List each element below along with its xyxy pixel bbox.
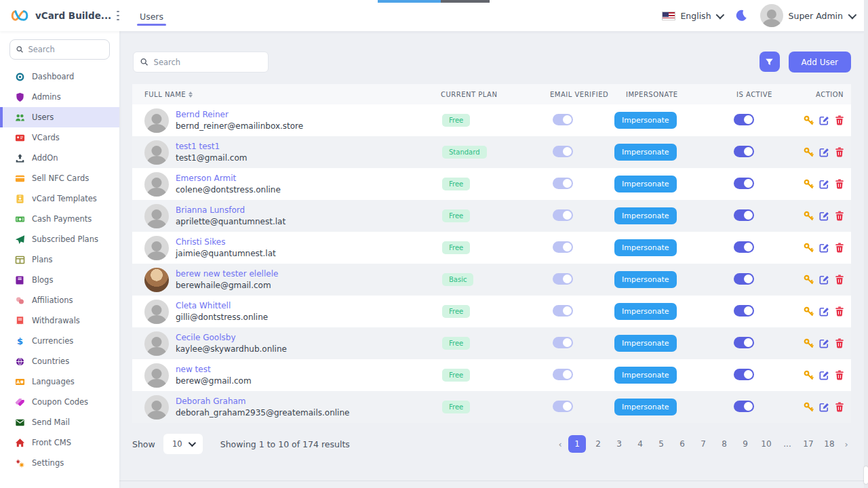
email-verified-toggle[interactable]: [553, 369, 573, 380]
impersonate-button[interactable]: Impersonate: [614, 399, 677, 415]
edit-icon[interactable]: [819, 115, 829, 125]
email-verified-toggle[interactable]: [553, 178, 573, 189]
is-active-toggle[interactable]: [734, 369, 754, 380]
impersonate-button[interactable]: Impersonate: [614, 239, 677, 256]
user-name-link[interactable]: berew new tester elellele: [176, 269, 278, 279]
trash-icon[interactable]: [835, 370, 844, 380]
is-active-toggle[interactable]: [734, 273, 754, 285]
trash-icon[interactable]: [835, 147, 844, 157]
user-name-link[interactable]: Deborah Graham: [176, 396, 349, 406]
sidebar-item-cash-payments[interactable]: Cash Payments: [0, 209, 119, 229]
sidebar-item-vcard-templates[interactable]: vCard Templates: [0, 188, 119, 209]
scrollbar[interactable]: [864, 0, 868, 488]
sidebar-item-users[interactable]: Users: [0, 107, 119, 127]
scrollbar-thumb[interactable]: [864, 466, 868, 484]
table-search[interactable]: [133, 52, 269, 73]
user-name-link[interactable]: new test: [176, 365, 252, 374]
sidebar-item-front-cms[interactable]: Front CMS: [0, 432, 119, 453]
language-selector[interactable]: English: [662, 11, 722, 21]
trash-icon[interactable]: [835, 211, 844, 221]
is-active-toggle[interactable]: [734, 209, 754, 221]
edit-icon[interactable]: [819, 274, 829, 285]
edit-icon[interactable]: [819, 338, 829, 348]
hamburger-menu-icon[interactable]: [117, 11, 119, 20]
edit-icon[interactable]: [819, 243, 829, 253]
edit-icon[interactable]: [819, 370, 829, 380]
trash-icon[interactable]: [835, 402, 844, 412]
email-verified-toggle[interactable]: [553, 337, 573, 348]
sidebar-item-subscribed-plans[interactable]: Subscribed Plans: [0, 229, 119, 249]
edit-icon[interactable]: [819, 211, 829, 221]
page-button-18[interactable]: 18: [821, 435, 838, 453]
page-button-10[interactable]: 10: [757, 435, 775, 453]
key-icon[interactable]: [804, 274, 814, 285]
trash-icon[interactable]: [835, 338, 844, 348]
impersonate-button[interactable]: Impersonate: [614, 335, 677, 352]
email-verified-toggle[interactable]: [553, 241, 573, 253]
user-name-link[interactable]: test1 test1: [176, 142, 247, 151]
is-active-toggle[interactable]: [734, 114, 754, 125]
sidebar-item-plans[interactable]: Plans: [0, 249, 119, 270]
prev-page-button[interactable]: ‹: [555, 435, 565, 453]
page-button-17[interactable]: 17: [800, 435, 817, 453]
email-verified-toggle[interactable]: [553, 273, 573, 285]
user-name-link[interactable]: Cecile Goolsby: [176, 333, 287, 342]
edit-icon[interactable]: [819, 179, 829, 189]
edit-icon[interactable]: [819, 147, 829, 157]
sidebar-item-vcards[interactable]: VCards: [0, 127, 119, 148]
page-button-4[interactable]: 4: [631, 435, 649, 453]
sidebar-item-dashboard[interactable]: Dashboard: [0, 66, 119, 87]
trash-icon[interactable]: [835, 115, 844, 125]
is-active-toggle[interactable]: [734, 401, 754, 412]
dark-mode-toggle-moon-icon[interactable]: [734, 9, 748, 22]
key-icon[interactable]: [804, 211, 814, 221]
page-button-6[interactable]: 6: [673, 435, 691, 453]
user-name-link[interactable]: Bernd Reiner: [176, 110, 303, 119]
impersonate-button[interactable]: Impersonate: [614, 271, 677, 288]
impersonate-button[interactable]: Impersonate: [614, 367, 677, 384]
sidebar-item-addon[interactable]: AddOn: [0, 148, 119, 168]
key-icon[interactable]: [804, 370, 814, 380]
trash-icon[interactable]: [835, 274, 844, 285]
sidebar-item-admins[interactable]: Admins: [0, 87, 119, 107]
key-icon[interactable]: [804, 243, 814, 253]
page-button-...[interactable]: ...: [778, 435, 796, 453]
user-name-link[interactable]: Christi Sikes: [176, 237, 276, 247]
is-active-toggle[interactable]: [734, 337, 754, 348]
email-verified-toggle[interactable]: [553, 146, 573, 157]
user-menu[interactable]: Super Admin: [760, 4, 854, 27]
user-name-link[interactable]: Emerson Armit: [176, 174, 281, 183]
edit-icon[interactable]: [819, 306, 829, 317]
email-verified-toggle[interactable]: [553, 401, 573, 412]
email-verified-toggle[interactable]: [553, 305, 573, 317]
tab-users[interactable]: Users: [137, 2, 166, 30]
table-search-input[interactable]: [154, 58, 261, 67]
key-icon[interactable]: [804, 179, 814, 189]
impersonate-button[interactable]: Impersonate: [614, 303, 677, 320]
sidebar-item-languages[interactable]: A Languages: [0, 371, 119, 392]
email-verified-toggle[interactable]: [553, 114, 573, 125]
page-button-5[interactable]: 5: [652, 435, 670, 453]
is-active-toggle[interactable]: [734, 178, 754, 189]
sidebar-item-settings[interactable]: Settings: [0, 453, 119, 473]
sidebar-search[interactable]: [9, 39, 110, 60]
key-icon[interactable]: [804, 115, 814, 125]
impersonate-button[interactable]: Impersonate: [614, 144, 677, 161]
impersonate-button[interactable]: Impersonate: [614, 112, 677, 129]
sidebar-item-withdrawals[interactable]: Withdrawals: [0, 310, 119, 331]
user-name-link[interactable]: Brianna Lunsford: [176, 205, 285, 215]
page-button-9[interactable]: 9: [736, 435, 754, 453]
sidebar-item-coupon-codes[interactable]: Coupon Codes: [0, 392, 119, 412]
user-name-link[interactable]: Cleta Whittell: [176, 301, 268, 310]
add-user-button[interactable]: Add User: [789, 52, 851, 73]
impersonate-button[interactable]: Impersonate: [614, 207, 677, 224]
sidebar-item-send-mail[interactable]: Send Mail: [0, 412, 119, 432]
key-icon[interactable]: [804, 306, 814, 317]
page-button-3[interactable]: 3: [610, 435, 628, 453]
key-icon[interactable]: [804, 147, 814, 157]
sidebar-item-blogs[interactable]: Blogs: [0, 270, 119, 290]
sidebar-item-affiliations[interactable]: Affiliations: [0, 290, 119, 310]
key-icon[interactable]: [804, 338, 814, 348]
key-icon[interactable]: [804, 402, 814, 412]
page-size-select[interactable]: 10: [163, 434, 203, 454]
